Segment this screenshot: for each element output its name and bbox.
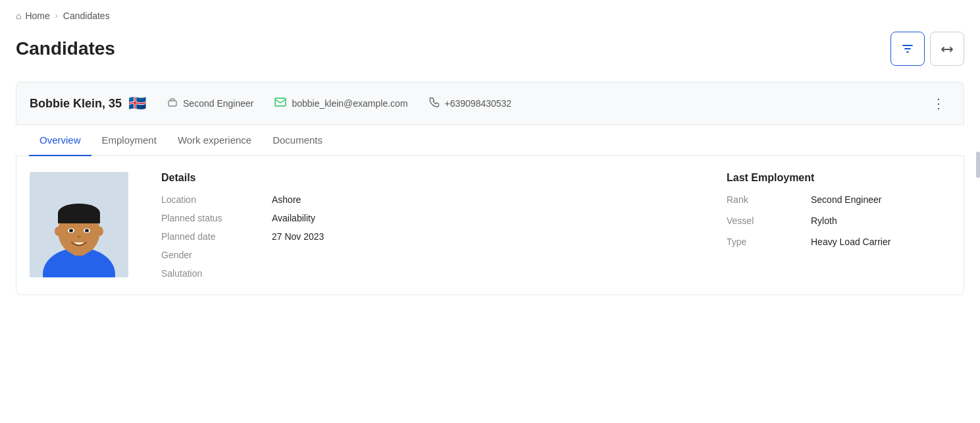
emp-value-rank: Second Engineer — [811, 194, 950, 205]
details-section: Details Location Ashore Planned status A… — [161, 172, 700, 279]
breadcrumb-current: Candidates — [63, 11, 110, 21]
detail-label-planned-date: Planned date — [161, 231, 267, 242]
scrollbar[interactable] — [976, 152, 980, 178]
svg-rect-7 — [58, 213, 100, 223]
emp-label-rank: Rank — [727, 194, 806, 205]
breadcrumb-home[interactable]: ⌂ Home — [16, 11, 50, 21]
detail-label-gender: Gender — [161, 250, 267, 260]
tab-documents[interactable]: Documents — [262, 125, 333, 156]
details-grid: Location Ashore Planned status Availabil… — [161, 194, 700, 279]
email-text: bobbie_klein@example.com — [292, 98, 407, 109]
breadcrumb-home-label: Home — [25, 11, 49, 21]
svg-rect-0 — [168, 101, 176, 106]
transfer-button[interactable] — [930, 32, 964, 66]
candidate-name-block: Bobbie Klein, 35 🇮🇸 — [30, 95, 146, 112]
employment-title: Last Employment — [727, 172, 950, 184]
emp-label-vessel: Vessel — [727, 215, 806, 226]
phone-icon — [429, 97, 440, 110]
detail-value-planned-status: Availability — [272, 213, 700, 223]
svg-rect-1 — [275, 98, 286, 106]
breadcrumb: ⌂ Home › Candidates — [16, 11, 964, 21]
avatar — [30, 172, 128, 277]
detail-label-location: Location — [161, 194, 267, 205]
tab-overview[interactable]: Overview — [29, 125, 91, 156]
candidate-name-text: Bobbie Klein, 35 — [30, 97, 122, 111]
employment-grid: Rank Second Engineer Vessel Ryloth Type … — [727, 194, 950, 247]
detail-value-location: Ashore — [272, 194, 700, 205]
candidate-card: Bobbie Klein, 35 🇮🇸 Second Engineer bobb… — [16, 82, 964, 295]
tabs-bar: Overview Employment Work experience Docu… — [16, 125, 964, 156]
details-title: Details — [161, 172, 700, 184]
employment-section: Last Employment Rank Second Engineer Ves… — [727, 172, 950, 279]
page-header: Candidates — [16, 32, 964, 66]
transfer-icon — [941, 42, 954, 55]
phone-text: +639098430532 — [445, 98, 512, 109]
detail-value-salutation — [272, 268, 700, 279]
avatar-image — [30, 172, 128, 277]
svg-point-14 — [97, 227, 103, 236]
emp-value-vessel: Ryloth — [811, 215, 950, 226]
emp-label-type: Type — [727, 237, 806, 247]
page-title: Candidates — [16, 38, 115, 59]
tab-work-experience[interactable]: Work experience — [167, 125, 262, 156]
svg-point-11 — [85, 229, 89, 232]
svg-point-10 — [69, 229, 73, 232]
content-area: Details Location Ashore Planned status A… — [16, 156, 964, 295]
emp-value-type: Heavy Load Carrier — [811, 237, 950, 247]
candidate-email: bobbie_klein@example.com — [274, 98, 407, 109]
breadcrumb-separator: › — [55, 11, 58, 20]
job-title-text: Second Engineer — [183, 98, 253, 109]
candidate-flag: 🇮🇸 — [128, 95, 146, 112]
more-options-button[interactable]: ⋮ — [927, 93, 950, 114]
filter-button[interactable] — [890, 32, 925, 66]
candidate-phone: +639098430532 — [429, 97, 512, 110]
briefcase-icon — [167, 97, 178, 110]
candidate-header: Bobbie Klein, 35 🇮🇸 Second Engineer bobb… — [16, 82, 964, 125]
detail-value-planned-date: 27 Nov 2023 — [272, 231, 700, 242]
header-actions — [890, 32, 964, 66]
candidate-job-title: Second Engineer — [167, 97, 253, 110]
detail-label-planned-status: Planned status — [161, 213, 267, 223]
candidate-more: ⋮ — [927, 93, 950, 114]
svg-point-12 — [77, 235, 81, 238]
filter-icon — [901, 42, 914, 55]
avatar-section — [30, 172, 135, 279]
svg-point-13 — [55, 227, 61, 236]
email-icon — [274, 98, 286, 109]
home-icon: ⌂ — [16, 11, 21, 21]
detail-label-salutation: Salutation — [161, 268, 267, 279]
detail-value-gender — [272, 250, 700, 260]
content-inner: Details Location Ashore Planned status A… — [30, 172, 950, 279]
tab-employment[interactable]: Employment — [91, 125, 167, 156]
